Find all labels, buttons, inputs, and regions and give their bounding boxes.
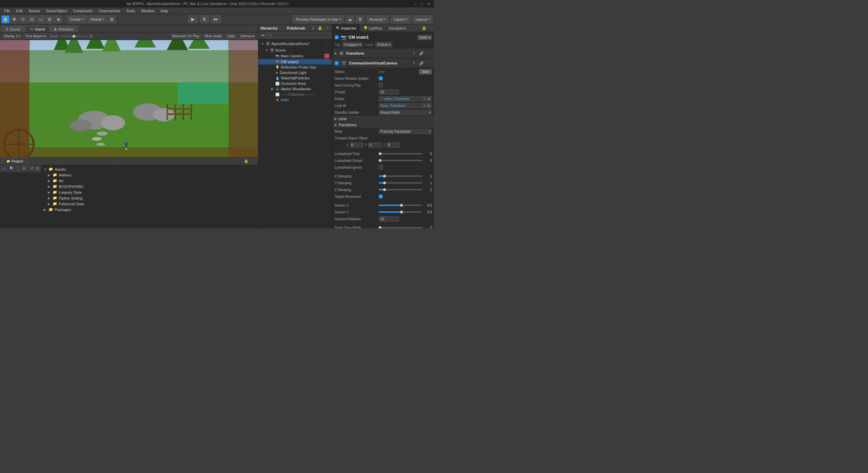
dead-zone-width-slider[interactable]: 0 [379, 226, 432, 229]
z-damping-slider[interactable]: 1 [379, 188, 432, 192]
tracked-x-input[interactable] [350, 143, 363, 148]
inspector-lock-button[interactable]: 🔒 [421, 25, 427, 31]
display-dropdown[interactable]: Display 1 ▾ [2, 34, 22, 39]
hierarchy-add2-button[interactable]: +▾ [260, 33, 266, 39]
layout-dropdown[interactable]: Layout ▾ [413, 15, 433, 23]
cinemachine-enabled[interactable]: ✓ [335, 61, 339, 65]
maximize-on-play-button[interactable]: Maximize On Play [171, 34, 201, 39]
project-item-pipeline[interactable]: ▶ 📁 Pipline Setting [41, 195, 115, 201]
maximize-button[interactable]: □ [420, 1, 425, 6]
cinemachine-menu-icon[interactable]: ⋮ [426, 60, 432, 66]
hierarchy-item-cm-vcam1[interactable]: 📷 CM vcam1 [258, 59, 332, 64]
collab-button[interactable]: ☁ [346, 15, 354, 23]
menu-component[interactable]: Component [70, 8, 95, 14]
hierarchy-item-occlusion[interactable]: ⬜ Occlusion Area [258, 81, 332, 86]
tab-project[interactable]: 📁 Project [2, 158, 27, 164]
pause-button[interactable]: ⏸ [200, 15, 209, 23]
menu-tools[interactable]: Tools [124, 8, 138, 14]
preview-packages-dropdown[interactable]: Preview Packages in Use ▾ [293, 15, 344, 23]
scale-tool-button[interactable]: ⊡ [28, 15, 36, 23]
follow-value[interactable]: ↗ anbo (Transform ⊙ ⚙ [379, 96, 432, 101]
global-dropdown[interactable]: Global ▾ [87, 15, 107, 23]
layers-dropdown[interactable]: Layers ▾ [391, 15, 411, 23]
menu-file[interactable]: File [1, 8, 13, 14]
screen-y-slider[interactable]: 0.5 [379, 210, 432, 214]
body-dropdown[interactable]: Framing Transposer ▾ [379, 129, 432, 134]
center-dropdown[interactable]: Preview Packages in UseCenter ▾ [67, 15, 87, 23]
cinemachine-help-icon[interactable]: ? [411, 60, 417, 66]
tab-navigation[interactable]: Navigation [386, 24, 410, 32]
cloud-button[interactable]: ⚙ [356, 15, 364, 23]
priority-input[interactable] [379, 90, 399, 95]
menu-help[interactable]: Help [158, 8, 171, 14]
menu-cinemachine[interactable]: Cinemachine [96, 8, 123, 14]
view-tab-menu-button[interactable]: ⋮ [251, 26, 257, 32]
look-at-value[interactable]: None (Transform ⊙ ⚙ [379, 103, 432, 108]
lookahead-time-slider[interactable]: 0 [379, 152, 432, 156]
transform-link-icon[interactable]: 🔗 [418, 50, 425, 56]
hierarchy-item-directional-light[interactable]: ☀ Directional Light [258, 70, 332, 75]
hierarchy-add-button[interactable]: + [310, 25, 316, 31]
menu-window[interactable]: Window [138, 8, 157, 14]
project-item-polybrush[interactable]: ▶ 📁 Polybrush Data [41, 201, 115, 207]
game-window-guides-checkbox[interactable]: ✓ [379, 76, 383, 80]
tag-dropdown[interactable]: Untagged ▾ [342, 42, 363, 47]
project-item-boxophobic[interactable]: ▶ 📁 BOXOPHOBIC [41, 184, 115, 189]
menu-assets[interactable]: Assets [26, 8, 43, 14]
transform-help-icon[interactable]: ? [411, 50, 417, 56]
project-refresh-button[interactable]: ↺ [28, 166, 35, 172]
project-search-button[interactable]: 🔍 [9, 166, 15, 172]
y-damping-slider[interactable]: 1 [379, 181, 432, 185]
screen-x-slider[interactable]: 0.5 [379, 204, 432, 207]
aspect-dropdown[interactable]: Free Aspect ▾ [24, 34, 47, 39]
object-enabled-checkbox[interactable]: ✓ [335, 35, 339, 39]
look-at-settings-icon[interactable]: ⚙ [427, 104, 430, 108]
rect-tool-button[interactable]: ▭ [37, 15, 45, 23]
tracked-y-input[interactable] [368, 143, 382, 148]
custom-tool-button[interactable]: ◈ [54, 15, 62, 23]
tab-animator[interactable]: ▶ Animator [50, 26, 78, 32]
project-item-lowpoly[interactable]: ▶ 📁 Lowpoly Style [41, 189, 115, 195]
minimize-button[interactable]: – [413, 1, 418, 6]
hierarchy-item-main-camera[interactable]: 📷 Main Camera [258, 53, 332, 59]
hierarchy-item-waterfall[interactable]: 💧 WaterfallParticles [258, 75, 332, 81]
mute-audio-button[interactable]: Mute Audio [203, 34, 223, 39]
solo-button[interactable]: Solo [419, 69, 432, 74]
rotate-tool-button[interactable]: ↻ [19, 15, 27, 23]
scale-slider[interactable] [60, 36, 87, 37]
tab-inspector[interactable]: 🔍 Inspector [333, 24, 360, 32]
play-button[interactable]: ▶ [188, 15, 198, 23]
menu-gameobject[interactable]: GameObject [43, 8, 70, 14]
project-search-input[interactable] [16, 166, 20, 171]
target-movement-checkbox[interactable]: ✓ [379, 194, 383, 198]
project-item-addons[interactable]: ▶ 📁 Addons [41, 172, 115, 178]
cinemachine-header[interactable]: ✓ 🎬 CinemachineVirtualCamera ? 🔗 ⋮ [333, 59, 434, 68]
snap-tool-button[interactable]: ⊞ [108, 15, 116, 23]
hierarchy-item-reflection-probe[interactable]: 💡 Reflection Probe Day [258, 64, 332, 70]
inspector-menu-button[interactable]: ⋮ [428, 25, 434, 31]
hierarchy-item-root[interactable]: ▼ 🎬 AlpineWoodlandDemo* ⋮ [258, 40, 332, 48]
lookahead-smooth-slider[interactable]: 0 [379, 159, 432, 163]
transitions-section-header[interactable]: ▶ Transitions [333, 122, 434, 128]
lookahead-ignore-checkbox[interactable] [379, 165, 383, 169]
project-lock-button[interactable]: 🔒 [243, 158, 249, 164]
menu-edit[interactable]: Edit [14, 8, 25, 14]
hierarchy-lock-button[interactable]: 🔒 [317, 25, 323, 31]
save-during-play-checkbox[interactable] [379, 83, 383, 87]
camera-distance-input[interactable] [379, 216, 399, 222]
account-dropdown[interactable]: Account ▾ [366, 15, 389, 23]
lens-section-header[interactable]: ▶ Lens [333, 116, 434, 122]
tracked-z-input[interactable] [387, 143, 400, 148]
gizmos-dropdown[interactable]: Gizmos ▾ [239, 34, 256, 39]
hierarchy-item-alpine-woodlands[interactable]: ▶ 🌲 Alpine Woodlands [258, 86, 332, 92]
project-filter-button[interactable]: ☰ [21, 166, 27, 172]
hierarchy-item-character[interactable]: ⬜ ------Character-------- [258, 92, 332, 97]
step-button[interactable]: ⏭ [211, 15, 221, 23]
cinemachine-link-icon[interactable]: 🔗 [418, 60, 425, 66]
follow-settings-icon[interactable]: ⚙ [427, 97, 430, 101]
transform-tool-button[interactable]: ⊞ [45, 15, 54, 23]
hand-tool-button[interactable]: ✋ [1, 15, 9, 23]
game-view[interactable] [0, 40, 258, 157]
tab-lighting[interactable]: 💡 Lighting [360, 24, 386, 32]
tab-scene[interactable]: ⊞ Scene [1, 26, 25, 32]
